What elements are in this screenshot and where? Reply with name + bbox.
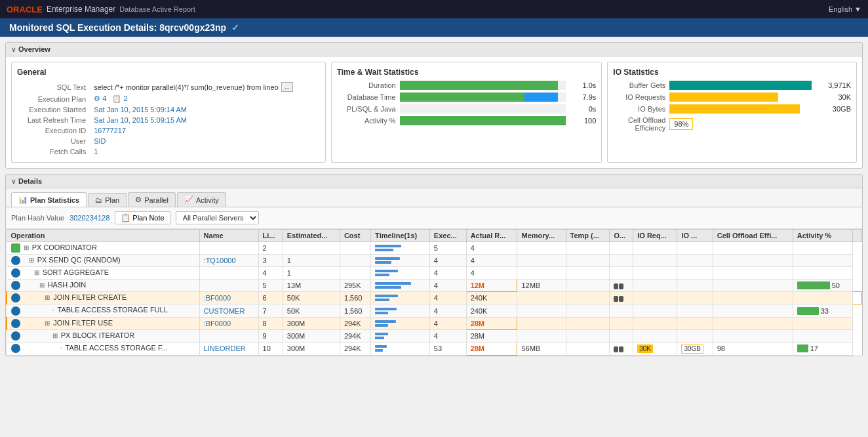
line-cell: 3	[258, 255, 283, 267]
plan-note-button[interactable]: 📋 Plan Note	[115, 211, 170, 224]
cell-offload-value: 98%	[674, 120, 688, 128]
memory-cell	[517, 304, 566, 317]
indent-spacer	[24, 268, 34, 276]
io-req-cell	[633, 255, 677, 267]
activity-value: 17	[810, 344, 818, 352]
exec-cell: 4	[429, 329, 466, 342]
tab-parallel[interactable]: ⚙ Parallel	[128, 192, 176, 207]
timeline-bar	[375, 320, 396, 323]
sql-text-expand-button[interactable]: ...	[281, 82, 293, 92]
col-operation[interactable]: Operation	[7, 230, 199, 242]
col-temp[interactable]: Temp (...	[566, 230, 610, 242]
user-value: SID	[94, 137, 106, 145]
general-row-plan: Execution Plan ⚙ 4 📋 2	[17, 93, 320, 104]
tab-activity[interactable]: 📈 Activity	[177, 192, 226, 207]
duration-bar-container	[400, 81, 566, 90]
parallel-icon: ⚙	[135, 196, 142, 204]
o-cell	[610, 317, 633, 329]
temp-cell	[566, 280, 610, 292]
overview-toggle[interactable]: ∨	[11, 46, 16, 53]
tab-plan[interactable]: 🗂 Plan	[88, 193, 127, 207]
io-req-cell	[633, 317, 677, 329]
bullet-icon: ·	[60, 344, 62, 352]
io-req-cell	[633, 329, 677, 342]
plan-stats-table-container[interactable]: Operation Name Li... Estimated... Cost T…	[6, 229, 862, 356]
activity-bar	[797, 307, 819, 315]
details-header: ∨ Details	[6, 175, 862, 188]
cell-offload-val	[713, 292, 793, 304]
col-actual-r[interactable]: Actual R...	[466, 230, 517, 242]
parallel-servers-dropdown[interactable]: All Parallel Servers	[176, 211, 259, 224]
io-requests-label: IO Requests	[613, 93, 665, 101]
col-estimated[interactable]: Estimated...	[283, 230, 340, 242]
io-cell	[677, 255, 713, 267]
activity-cell: 33	[793, 304, 852, 317]
col-timeline[interactable]: Timeline(1s)	[371, 230, 430, 242]
op-cell: ⊞ JOIN FILTER USE	[7, 317, 199, 329]
col-o[interactable]: O...	[610, 230, 633, 242]
general-row-exec-id: Execution ID 16777217	[17, 125, 320, 136]
col-exec[interactable]: Exec...	[429, 230, 466, 242]
cost-cell	[340, 267, 370, 280]
col-line[interactable]: Li...	[258, 230, 283, 242]
io-requests-row: IO Requests 30K	[613, 93, 851, 102]
col-activity[interactable]: Activity %	[793, 230, 852, 242]
io-req-cell: 30K	[633, 342, 677, 355]
temp-cell	[566, 267, 610, 280]
memory-cell	[517, 292, 566, 304]
tabs-bar: 📊 Plan Statistics 🗂 Plan ⚙ Parallel 📈 Ac…	[6, 188, 862, 207]
o-cell	[610, 342, 633, 355]
fetch-calls-label: Fetch Calls	[17, 146, 91, 157]
col-io[interactable]: IO ...	[677, 230, 713, 242]
indent-spacer	[24, 319, 45, 327]
cost-cell: 295K	[340, 280, 370, 292]
line-cell: 6	[258, 292, 283, 304]
table-header: Operation Name Li... Estimated... Cost T…	[7, 230, 862, 242]
top-bar: ORACLE Enterprise Manager Database Activ…	[0, 0, 868, 18]
exec-cell: 4	[429, 304, 466, 317]
indent-spacer	[24, 344, 60, 352]
user-label: User	[17, 136, 91, 146]
op-text: PX BLOCK ITERATOR	[61, 331, 135, 339]
name-cell	[199, 280, 258, 292]
timeline-bar	[375, 333, 388, 335]
cost-cell: 1,560	[340, 304, 370, 317]
activity-cell	[793, 317, 852, 329]
exec-plan-value: ⚙ 4 📋 2	[94, 94, 128, 102]
memory-cell	[517, 267, 566, 280]
tab-plan-statistics[interactable]: 📊 Plan Statistics	[11, 192, 87, 207]
op-icon-blue	[11, 344, 20, 353]
op-cell: ⊞ PX BLOCK ITERATOR	[7, 329, 199, 342]
io-bytes-bar	[669, 104, 800, 114]
estimated-cell: 300M	[283, 317, 340, 329]
general-row-refresh: Last Refresh Time Sat Jan 10, 2015 5:09:…	[17, 115, 320, 125]
buffer-gets-bar-container	[669, 81, 814, 90]
temp-cell	[566, 255, 610, 267]
col-name[interactable]: Name	[199, 230, 258, 242]
timeline-bar	[375, 337, 384, 339]
cell-offload-val	[713, 242, 793, 255]
activity-pct-row: Activity % 100	[337, 116, 597, 125]
activity-cell: 50	[793, 280, 852, 292]
sql-text-label: SQL Text	[17, 81, 91, 93]
timeline-bar	[375, 299, 389, 301]
col-memory[interactable]: Memory...	[517, 230, 566, 242]
table-row: ⊞ PX BLOCK ITERATOR 9 300M 294K	[7, 329, 862, 342]
exec-cell: 4	[429, 280, 466, 292]
col-io-req[interactable]: IO Req...	[633, 230, 677, 242]
col-cost[interactable]: Cost	[340, 230, 370, 242]
cell-offload-val	[713, 304, 793, 317]
op-cell: · TABLE ACCESS STORAGE F...	[7, 342, 199, 355]
database-time-row: Database Time 7.9s	[337, 93, 597, 102]
expand-icon: ⊞	[39, 281, 45, 289]
plsql-value: 0s	[570, 105, 596, 113]
col-cell-offload[interactable]: Cell Offload Effi...	[713, 230, 793, 242]
activity-label: Activity	[196, 196, 219, 204]
cell-offload-val: 98	[713, 342, 793, 355]
timeline-cell	[371, 342, 430, 355]
language-selector[interactable]: English ▼	[829, 5, 861, 13]
io-requests-value: 30K	[818, 93, 851, 101]
table-row: ⊞ PX SEND QC (RANDOM) :TQ10000 3 1	[7, 255, 862, 267]
activity-pct-value: 100	[570, 117, 596, 125]
details-toggle[interactable]: ∨	[11, 178, 16, 185]
